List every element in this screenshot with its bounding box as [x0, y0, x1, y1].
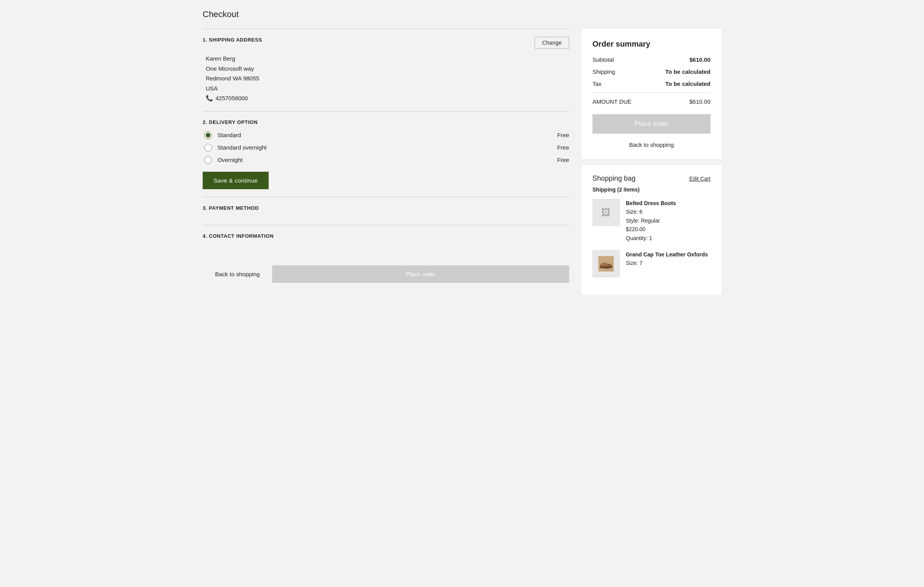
shipping-row: Shipping To be calculated: [592, 68, 710, 75]
standard-overnight-label[interactable]: Standard overnight: [217, 144, 552, 151]
bag-item-1-name: Belted Dress Boots: [626, 199, 676, 207]
standard-label[interactable]: Standard: [217, 132, 552, 138]
svg-point-2: [601, 263, 608, 267]
delivery-option-standard: Standard Free: [204, 131, 569, 139]
order-summary-card: Order summary Subtotal $610.00 Shipping …: [582, 29, 721, 159]
phone-icon: 📞: [206, 93, 213, 103]
checkout-form: 1. SHIPPING ADDRESS Change Karen Berg On…: [203, 29, 569, 283]
delivery-options-list: Standard Free Standard overnight Free Ov…: [203, 131, 569, 164]
contact-info-section: 4. CONTACT INFORMATION: [203, 225, 569, 253]
bag-item-1: 🖼 Belted Dress Boots Size: 6 Style: Regu…: [592, 199, 710, 242]
bag-item-2-size: Size: 7: [626, 259, 708, 267]
shipping-label: Shipping: [592, 68, 615, 75]
place-order-button[interactable]: Place order: [592, 114, 710, 134]
bag-item-1-image: 🖼: [592, 199, 620, 226]
shipping-items-label: Shipping (2 items): [592, 186, 710, 193]
amount-due-label: AMOUNT DUE: [592, 98, 632, 105]
bag-item-2: Grand Cap Toe Leather Oxfords Size: 7: [592, 250, 710, 277]
address-street: One Microsoft way: [206, 64, 569, 74]
page-title: Checkout: [203, 9, 721, 19]
overnight-radio[interactable]: [204, 156, 212, 164]
delivery-option-standard-overnight: Standard overnight Free: [204, 144, 569, 152]
address-block: Karen Berg One Microsoft way Redmond WA …: [203, 54, 569, 103]
shipping-section-title: 1. SHIPPING ADDRESS: [203, 37, 262, 43]
delivery-option-overnight: Overnight Free: [204, 156, 569, 164]
address-country: USA: [206, 84, 569, 94]
change-address-button[interactable]: Change: [535, 37, 569, 49]
shopping-bag-title: Shopping bag: [592, 174, 636, 183]
place-order-button-bottom[interactable]: Place order: [272, 265, 569, 283]
bag-item-1-style: Style: Regular: [626, 216, 676, 225]
bag-item-2-details: Grand Cap Toe Leather Oxfords Size: 7: [626, 250, 708, 277]
edit-cart-link[interactable]: Edit Cart: [690, 176, 710, 182]
bag-item-2-image: [592, 250, 620, 277]
svg-rect-3: [600, 267, 612, 268]
tax-value: To be calculated: [665, 80, 710, 87]
amount-due-row: AMOUNT DUE $610.00: [592, 98, 710, 105]
payment-method-section: 3. PAYMENT METHOD: [203, 197, 569, 225]
payment-section-title: 3. PAYMENT METHOD: [203, 205, 569, 211]
bag-item-1-details: Belted Dress Boots Size: 6 Style: Regula…: [626, 199, 676, 242]
delivery-option-section: 2. DELIVERY OPTION Standard Free Standar…: [203, 111, 569, 197]
bag-item-1-quantity: Quantity: 1: [626, 234, 676, 242]
amount-due-value: $610.00: [690, 98, 710, 105]
shopping-bag-card: Shopping bag Edit Cart Shipping (2 items…: [582, 165, 721, 294]
bag-item-1-size: Size: 6: [626, 207, 676, 216]
subtotal-value: $610.00: [690, 56, 710, 63]
address-phone: 📞 4257058000: [206, 93, 569, 103]
bag-item-1-price: $220.00: [626, 225, 676, 233]
save-continue-button[interactable]: Save & continue: [203, 172, 269, 189]
overnight-price: Free: [557, 157, 569, 163]
order-summary-title: Order summary: [592, 40, 710, 49]
bag-item-2-name: Grand Cap Toe Leather Oxfords: [626, 250, 708, 259]
image-placeholder-icon: 🖼: [601, 207, 611, 218]
tax-row: Tax To be calculated: [592, 80, 710, 87]
shopping-bag-header: Shopping bag Edit Cart: [592, 174, 710, 183]
back-to-shopping-button-bottom[interactable]: Back to shopping: [203, 265, 272, 283]
right-sidebar: Order summary Subtotal $610.00 Shipping …: [582, 29, 721, 294]
overnight-label[interactable]: Overnight: [217, 157, 552, 163]
standard-radio[interactable]: [204, 131, 212, 139]
standard-overnight-price: Free: [557, 144, 569, 151]
contact-section-title: 4. CONTACT INFORMATION: [203, 233, 569, 239]
bottom-actions: Back to shopping Place order: [203, 265, 569, 283]
delivery-section-title: 2. DELIVERY OPTION: [203, 119, 569, 125]
address-city-state-zip: Redmond WA 98055: [206, 73, 569, 84]
subtotal-row: Subtotal $610.00: [592, 56, 710, 63]
standard-price: Free: [557, 132, 569, 138]
shipping-address-section: 1. SHIPPING ADDRESS Change Karen Berg On…: [203, 29, 569, 111]
standard-overnight-radio[interactable]: [204, 144, 212, 152]
back-to-shopping-button[interactable]: Back to shopping: [592, 140, 710, 150]
address-name: Karen Berg: [206, 54, 569, 64]
phone-number: 4257058000: [215, 93, 248, 103]
shipping-value: To be calculated: [665, 68, 710, 75]
summary-divider: [592, 92, 710, 93]
shoe-image-icon: [598, 256, 614, 272]
tax-label: Tax: [592, 80, 601, 87]
subtotal-label: Subtotal: [592, 56, 614, 63]
